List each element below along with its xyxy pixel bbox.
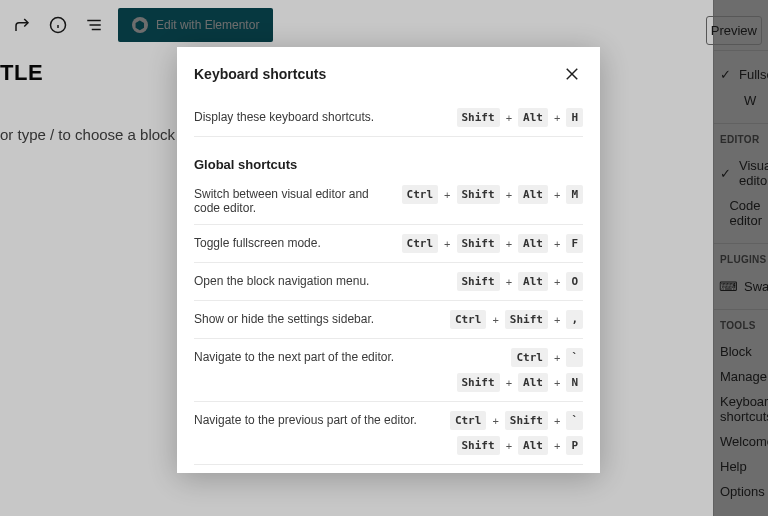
key: H [566, 108, 583, 127]
shortcut-desc: Switch between visual editor and code ed… [194, 185, 390, 215]
key: ` [566, 411, 583, 430]
key: F [566, 234, 583, 253]
key: Ctrl [450, 411, 487, 430]
shortcut-row: Open the block navigation menu.Shift+Alt… [194, 263, 583, 301]
shortcut-desc: Navigate to the next part of the editor. [194, 348, 445, 364]
key: ` [566, 348, 583, 367]
modal-body[interactable]: Display these keyboard shortcuts.Shift+A… [177, 99, 600, 473]
key: Shift [505, 411, 548, 430]
shortcut-row: Navigate to the previous part of the edi… [194, 402, 583, 465]
key: Shift [457, 272, 500, 291]
key: Ctrl [402, 234, 439, 253]
shortcut-keys: Ctrl+Shift+`Shift+Alt+P [450, 411, 583, 455]
shortcut-keys: Shift+Alt+O [457, 272, 584, 291]
key: Ctrl [450, 310, 487, 329]
key: Alt [518, 108, 548, 127]
section-heading: Global shortcuts [194, 137, 583, 176]
shortcut-keys: Ctrl+Shift+Alt+M [402, 185, 583, 204]
key: Alt [518, 234, 548, 253]
shortcut-keys: Ctrl+`Shift+Alt+N [457, 348, 584, 392]
shortcut-keys: Shift+Alt+H [457, 108, 584, 127]
shortcut-row: Show or hide the settings sidebar.Ctrl+S… [194, 301, 583, 339]
key: Ctrl [511, 348, 548, 367]
key: N [566, 373, 583, 392]
shortcut-desc: Open the block navigation menu. [194, 272, 445, 288]
shortcut-row: Switch between visual editor and code ed… [194, 176, 583, 225]
key: Alt [518, 185, 548, 204]
key: Ctrl [402, 185, 439, 204]
shortcut-row: Navigate to the next part of the editor.… [194, 339, 583, 402]
key: O [566, 272, 583, 291]
shortcut-desc: Show or hide the settings sidebar. [194, 310, 438, 326]
key: Shift [457, 108, 500, 127]
key: P [566, 436, 583, 455]
key: Shift [457, 185, 500, 204]
key: Shift [457, 436, 500, 455]
shortcut-desc: Display these keyboard shortcuts. [194, 108, 445, 124]
key: Alt [518, 436, 548, 455]
key: Shift [457, 234, 500, 253]
modal-title: Keyboard shortcuts [194, 66, 326, 82]
shortcut-desc: Navigate to the previous part of the edi… [194, 411, 438, 427]
shortcut-keys: Ctrl+Shift+, [450, 310, 583, 329]
shortcut-keys: Ctrl+Shift+Alt+F [402, 234, 583, 253]
shortcut-row: Display these keyboard shortcuts.Shift+A… [194, 99, 583, 137]
close-icon [563, 65, 581, 83]
key: Shift [505, 310, 548, 329]
shortcut-row: Navigate to the nearest toolbar.Alt+F10 [194, 465, 583, 473]
key: M [566, 185, 583, 204]
key: Alt [518, 373, 548, 392]
keyboard-shortcuts-modal: Keyboard shortcuts Display these keyboar… [177, 47, 600, 473]
shortcut-row: Toggle fullscreen mode.Ctrl+Shift+Alt+F [194, 225, 583, 263]
key: Alt [518, 272, 548, 291]
key: Shift [457, 373, 500, 392]
close-button[interactable] [561, 63, 583, 85]
shortcut-desc: Toggle fullscreen mode. [194, 234, 390, 250]
key: , [566, 310, 583, 329]
